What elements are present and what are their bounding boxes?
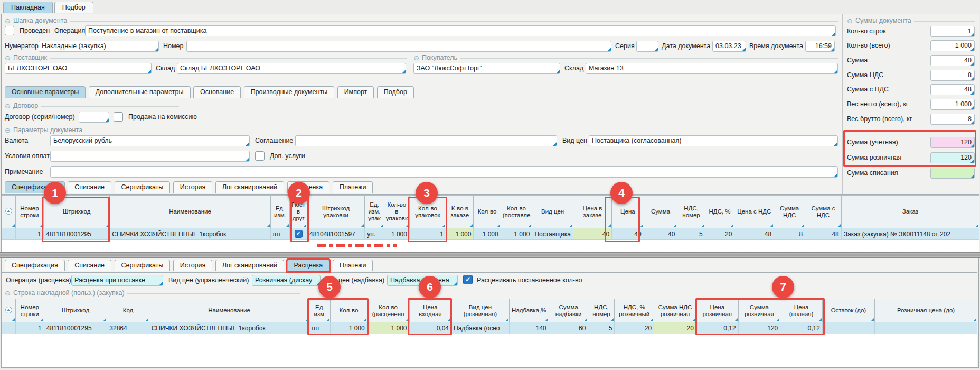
cell[interactable] bbox=[875, 322, 977, 334]
cell[interactable]: 40 bbox=[644, 228, 677, 240]
collapse-icon[interactable]: ⊖ bbox=[5, 290, 11, 297]
tab-rascenka[interactable]: Расценка bbox=[287, 181, 330, 193]
cell[interactable]: Надбавка (осно bbox=[451, 322, 510, 334]
column-header-4[interactable]: Наименование bbox=[149, 299, 309, 322]
cell[interactable] bbox=[2, 228, 16, 240]
note-field[interactable] bbox=[50, 166, 838, 178]
tab-spisanie[interactable]: Списание bbox=[68, 181, 111, 193]
sum-value-0[interactable]: 1 bbox=[930, 26, 975, 37]
cell[interactable]: 1 000 bbox=[331, 322, 368, 334]
tab-proizvodnye-dokumenty[interactable]: Производные документы bbox=[244, 86, 335, 98]
cell[interactable]: 48 bbox=[805, 228, 842, 240]
column-header-2[interactable]: Штрихкод bbox=[44, 299, 107, 322]
column-header-16[interactable]: Сумма bbox=[644, 196, 677, 228]
tab-sertifikaty[interactable]: Сертификаты bbox=[115, 181, 171, 193]
buyer-field[interactable]: ЗАО "ЛюксСофтТорг" bbox=[413, 63, 560, 74]
cell[interactable]: 4810481001597 bbox=[307, 228, 364, 240]
dop-uslugi-checkbox[interactable] bbox=[255, 151, 265, 161]
cell[interactable]: 1 bbox=[15, 228, 43, 240]
sum-value-7[interactable]: 120 bbox=[930, 137, 975, 148]
column-header-13[interactable]: Вид цен bbox=[532, 196, 573, 228]
cell[interactable]: 40 bbox=[612, 228, 644, 240]
cell[interactable]: СПИЧКИ ХОЗЯЙСТВЕННЫЕ 1коробок bbox=[110, 228, 270, 240]
column-header-6[interactable]: Штрихкод упаковки bbox=[307, 196, 364, 228]
column-header-12[interactable]: Кол-во (поставле bbox=[501, 196, 532, 228]
column-header-10[interactable]: Надбавка,% bbox=[509, 299, 549, 322]
operation-field[interactable]: Поступление в магазин от поставщика bbox=[85, 25, 836, 36]
cell[interactable]: 1 000 bbox=[501, 228, 532, 240]
cell[interactable]: 5 bbox=[677, 228, 705, 240]
column-header-21[interactable]: Сумма с НДС bbox=[805, 196, 842, 228]
tab-rascenka-2[interactable]: Расценка bbox=[287, 260, 330, 271]
cell[interactable]: 0,04 bbox=[409, 322, 451, 334]
column-header-18[interactable]: НДС, % bbox=[705, 196, 734, 228]
sum-value-4[interactable]: 48 bbox=[930, 84, 975, 95]
column-header-20[interactable]: Сумма НДС bbox=[774, 196, 805, 228]
cell[interactable] bbox=[2, 322, 16, 334]
doc-date-field[interactable]: 03.03.23 bbox=[712, 41, 746, 52]
sort-icon[interactable] bbox=[5, 307, 12, 313]
column-header-8[interactable]: Кол-во в упаковк bbox=[384, 196, 409, 228]
column-header-7[interactable]: Ед. изм. упак bbox=[365, 196, 384, 228]
cell[interactable]: 1 000 bbox=[384, 228, 409, 240]
column-header-14[interactable]: Сумма НДС розничная bbox=[654, 299, 696, 322]
cell[interactable]: шт bbox=[309, 322, 331, 334]
column-header-9[interactable]: Кол-во упаковок bbox=[409, 196, 446, 228]
column-header-1[interactable]: Номер строки bbox=[15, 196, 43, 228]
number-field[interactable] bbox=[186, 41, 611, 52]
cell[interactable]: 4811810001295 bbox=[44, 228, 110, 240]
column-header-15[interactable]: Цена розничная bbox=[696, 299, 738, 322]
numerator-field[interactable]: Накладные (закупка) bbox=[39, 41, 159, 52]
column-header-13[interactable]: НДС, % розничный bbox=[615, 299, 654, 322]
cell[interactable]: 32864 bbox=[107, 322, 149, 334]
doc-time-field[interactable]: 16:59 bbox=[805, 41, 835, 52]
sum-value-2[interactable]: 40 bbox=[930, 55, 975, 66]
contract-field[interactable] bbox=[79, 112, 109, 123]
table-row[interactable]: 1481181000129532864СПИЧКИ ХОЗЯЙСТВЕННЫЕ … bbox=[2, 322, 977, 334]
column-header-11[interactable]: Сумма надбавки bbox=[549, 299, 588, 322]
cell[interactable]: 40 bbox=[573, 228, 611, 240]
column-header-17[interactable]: НДС, номер bbox=[677, 196, 705, 228]
tab-platezhi-2[interactable]: Платежи bbox=[333, 260, 373, 271]
supplier-sklad-field[interactable]: Склад БЕЛХОЗТОРГ ОАО bbox=[177, 63, 406, 74]
column-header-10[interactable]: К-во в заказе bbox=[446, 196, 474, 228]
tab-istoriya-2[interactable]: История bbox=[173, 260, 212, 271]
cell[interactable]: Заказ (закупка) № ЗК0011148 от 202 bbox=[841, 228, 979, 240]
cell[interactable]: 0,12 bbox=[696, 322, 738, 334]
cell[interactable]: 0,12 bbox=[780, 322, 823, 334]
tab-log-skanirovanij-2[interactable]: Лог сканирований bbox=[215, 260, 284, 271]
tab-import[interactable]: Импорт bbox=[337, 86, 374, 98]
sum-value-9[interactable] bbox=[930, 168, 975, 179]
column-header-6[interactable]: Кол-во bbox=[331, 299, 368, 322]
tab-log-skanirovanij[interactable]: Лог сканирований bbox=[215, 181, 284, 193]
column-header-2[interactable]: Штрихкод bbox=[44, 196, 110, 228]
tab-osnovnye-parametry[interactable]: Основные параметры bbox=[5, 86, 86, 98]
collapse-icon[interactable]: ⊖ bbox=[5, 17, 11, 24]
column-header-19[interactable]: Розничная цена (до) bbox=[875, 299, 977, 322]
agreement-field[interactable] bbox=[295, 135, 557, 146]
collapse-icon[interactable]: ⊖ bbox=[5, 103, 11, 109]
sort-all-header[interactable] bbox=[2, 299, 16, 322]
commission-checkbox[interactable] bbox=[114, 112, 123, 122]
sort-icon[interactable] bbox=[5, 208, 12, 215]
column-header-14[interactable]: Цена в заказе bbox=[573, 196, 611, 228]
column-header-8[interactable]: Цена входная bbox=[409, 299, 451, 322]
mgmt-price-type-field[interactable]: Розничная (дискау bbox=[252, 275, 321, 286]
collapse-icon[interactable]: ⊖ bbox=[5, 127, 11, 134]
column-header-3[interactable]: Наименование bbox=[110, 196, 270, 228]
tab-specifikaciya-2[interactable]: Спецификация bbox=[5, 260, 65, 271]
row-checkbox[interactable] bbox=[295, 230, 303, 238]
tab-sertifikaty-2[interactable]: Сертификаты bbox=[115, 260, 171, 271]
rascenka-operation-field[interactable]: Расценка при поставке bbox=[71, 275, 163, 286]
tab-specifikaciya[interactable]: Спецификация bbox=[5, 181, 65, 193]
column-header-5[interactable]: Ед. изм. bbox=[309, 299, 331, 322]
cell[interactable]: 60 bbox=[549, 322, 588, 334]
proveden-checkbox[interactable] bbox=[5, 26, 14, 35]
table-row[interactable]: 14811810001295СПИЧКИ ХОЗЯЙСТВЕННЫЕ 1коро… bbox=[2, 228, 979, 240]
cell[interactable]: 1 000 bbox=[446, 228, 474, 240]
tab-dopolnitelnye-parametry[interactable]: Дополнительные параметры bbox=[89, 86, 191, 98]
column-header-7[interactable]: Кол-во (расценено bbox=[367, 299, 409, 322]
cell[interactable]: 48 bbox=[734, 228, 774, 240]
sum-value-5[interactable]: 1 000 bbox=[930, 99, 975, 110]
cell[interactable]: 1 000 bbox=[474, 228, 501, 240]
